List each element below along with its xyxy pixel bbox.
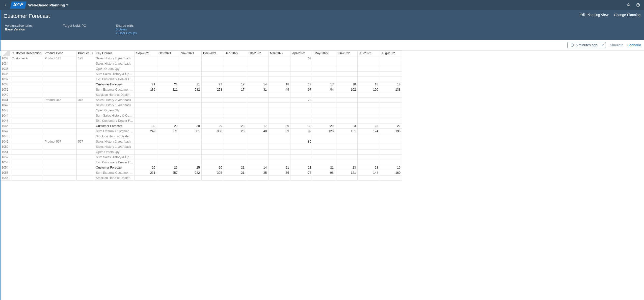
- cell-value[interactable]: [380, 134, 402, 139]
- cell-value[interactable]: [246, 139, 268, 144]
- cell-value[interactable]: [135, 97, 157, 103]
- cell-customer[interactable]: [10, 113, 43, 118]
- cell-customer[interactable]: [10, 155, 43, 160]
- cell-value[interactable]: 18: [358, 82, 380, 87]
- cell-value[interactable]: [246, 134, 268, 139]
- cell-value[interactable]: [380, 108, 402, 113]
- col-header-Feb-2022[interactable]: Feb-2022: [246, 51, 268, 56]
- cell-product-desc[interactable]: [43, 170, 76, 176]
- cell-product-id[interactable]: [76, 113, 94, 118]
- cell-value[interactable]: 102: [336, 87, 358, 92]
- cell-value[interactable]: 257: [157, 170, 179, 176]
- cell-value[interactable]: 189: [135, 87, 157, 92]
- help-button[interactable]: ?: [634, 1, 642, 8]
- cell-value[interactable]: [380, 155, 402, 160]
- table-row[interactable]: 1042Sales History 1 year back: [0, 103, 402, 108]
- cell-value[interactable]: [179, 150, 202, 155]
- shared-groups-link[interactable]: 2 User Groups: [116, 31, 137, 35]
- cell-value[interactable]: [202, 103, 224, 108]
- cell-value[interactable]: [291, 155, 313, 160]
- cell-value[interactable]: [268, 92, 291, 97]
- table-row[interactable]: 1039Sum External Customer …1892112322531…: [0, 87, 402, 92]
- table-row[interactable]: 1052Sum Sales History & Op…: [0, 155, 402, 160]
- cell-value[interactable]: [380, 71, 402, 77]
- cell-value[interactable]: [291, 71, 313, 77]
- cell-value[interactable]: 26: [157, 165, 179, 170]
- table-row[interactable]: 1045Ext. Customer / Dealer F…: [0, 118, 402, 123]
- cell-value[interactable]: [246, 103, 268, 108]
- cell-value[interactable]: 128: [313, 129, 336, 134]
- cell-product-desc[interactable]: [43, 66, 76, 71]
- cell-value[interactable]: [135, 77, 157, 82]
- cell-product-id[interactable]: [76, 144, 94, 150]
- col-header-Dec-2021[interactable]: Dec-2021: [202, 51, 224, 56]
- cell-value[interactable]: [313, 97, 336, 103]
- cell-value[interactable]: [179, 61, 202, 66]
- cell-value[interactable]: [336, 97, 358, 103]
- cell-value[interactable]: 18: [380, 82, 402, 87]
- cell-value[interactable]: [358, 108, 380, 113]
- cell-value[interactable]: 23: [224, 129, 246, 134]
- cell-value[interactable]: [380, 77, 402, 82]
- cell-value[interactable]: 18: [291, 82, 313, 87]
- grid-corner[interactable]: [0, 51, 10, 56]
- cell-key-figure[interactable]: Sum External Customer …: [94, 170, 134, 176]
- cell-value[interactable]: [380, 176, 402, 181]
- cell-value[interactable]: 17: [224, 87, 246, 92]
- cell-key-figure[interactable]: Sum External Customer …: [94, 129, 134, 134]
- cell-value[interactable]: [135, 103, 157, 108]
- cell-value[interactable]: [179, 103, 202, 108]
- cell-value[interactable]: [313, 118, 336, 123]
- cell-value[interactable]: [246, 108, 268, 113]
- cell-value[interactable]: [224, 144, 246, 150]
- cell-value[interactable]: [179, 176, 202, 181]
- cell-value[interactable]: 21: [202, 82, 224, 87]
- col-header-Jul-2022[interactable]: Jul-2022: [358, 51, 380, 56]
- cell-value[interactable]: [380, 113, 402, 118]
- col-header-Jun-2022[interactable]: Jun-2022: [336, 51, 358, 56]
- cell-value[interactable]: [380, 61, 402, 66]
- cell-value[interactable]: [291, 61, 313, 66]
- cell-value[interactable]: 253: [202, 87, 224, 92]
- col-header-Nov-2021[interactable]: Nov-2021: [179, 51, 202, 56]
- cell-value[interactable]: 26: [202, 165, 224, 170]
- cell-value[interactable]: [202, 160, 224, 165]
- cell-value[interactable]: [224, 66, 246, 71]
- cell-value[interactable]: 22: [157, 82, 179, 87]
- cell-value[interactable]: [358, 77, 380, 82]
- shared-users-link[interactable]: 6 Users: [116, 27, 137, 31]
- cell-customer[interactable]: [10, 77, 43, 82]
- cell-product-desc[interactable]: [43, 108, 76, 113]
- cell-value[interactable]: [268, 155, 291, 160]
- cell-value[interactable]: [358, 92, 380, 97]
- cell-value[interactable]: 98: [313, 170, 336, 176]
- cell-value[interactable]: [313, 134, 336, 139]
- cell-value[interactable]: 99: [291, 129, 313, 134]
- cell-product-id[interactable]: [76, 66, 94, 71]
- cell-customer[interactable]: [10, 134, 43, 139]
- cell-value[interactable]: [202, 77, 224, 82]
- cell-value[interactable]: 31: [246, 87, 268, 92]
- cell-value[interactable]: [358, 66, 380, 71]
- cell-value[interactable]: [313, 66, 336, 71]
- cell-value[interactable]: [336, 103, 358, 108]
- cell-key-figure[interactable]: Sales History 2 year back: [94, 56, 134, 61]
- cell-key-figure[interactable]: Stock on Hand at Dealer: [94, 134, 134, 139]
- cell-value[interactable]: [224, 77, 246, 82]
- cell-value[interactable]: [135, 155, 157, 160]
- cell-product-id[interactable]: 345: [76, 97, 94, 103]
- cell-value[interactable]: 144: [358, 170, 380, 176]
- cell-value[interactable]: 85: [291, 139, 313, 144]
- cell-product-desc[interactable]: [43, 176, 76, 181]
- cell-value[interactable]: [268, 150, 291, 155]
- cell-product-desc[interactable]: Product 567: [43, 139, 76, 144]
- cell-value[interactable]: 21: [224, 165, 246, 170]
- cell-key-figure[interactable]: Stock on Hand at Dealer: [94, 176, 134, 181]
- table-row[interactable]: 1037Ext. Customer / Dealer F…: [0, 77, 402, 82]
- cell-value[interactable]: 174: [358, 129, 380, 134]
- cell-value[interactable]: [380, 103, 402, 108]
- cell-product-id[interactable]: 123: [76, 56, 94, 61]
- cell-value[interactable]: [135, 61, 157, 66]
- cell-key-figure[interactable]: Sales History 2 year back: [94, 97, 134, 103]
- cell-value[interactable]: [358, 176, 380, 181]
